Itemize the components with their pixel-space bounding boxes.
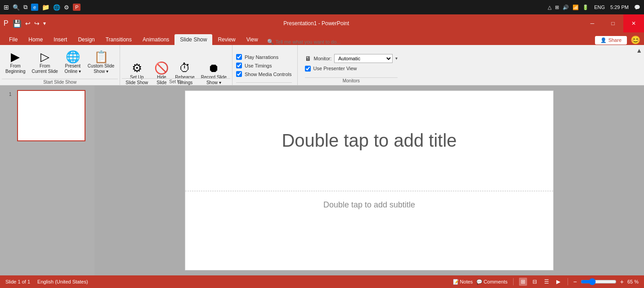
reading-view-btn[interactable]: ☰ — [542, 278, 551, 286]
customize-quick-btn[interactable]: ▾ — [42, 19, 47, 28]
settings-icon[interactable]: ⚙ — [64, 4, 69, 11]
presenter-view-checkbox-label[interactable]: Use Presenter View — [305, 66, 398, 72]
monitor-dropdown-icon[interactable]: ▾ — [395, 56, 398, 61]
search-icon: 🔍 — [267, 39, 274, 45]
present-online-label: PresentOnline ▾ — [65, 63, 81, 74]
normal-view-btn[interactable]: ⊞ — [519, 278, 527, 286]
tab-transitions[interactable]: Transitions — [100, 34, 137, 45]
tray-icons: △ ⊞ 🔊 📶 🔋 — [548, 4, 589, 10]
monitor-label: Monitor: — [314, 56, 332, 61]
taskview-icon[interactable]: ⧉ — [23, 4, 27, 11]
slide-count: Slide 1 of 1 — [5, 279, 30, 284]
use-timings-checkbox[interactable] — [236, 63, 242, 68]
monitor-row: 🖥 Monitor: Automatic Primary Monitor ▾ — [305, 54, 398, 63]
tab-animations[interactable]: Animations — [137, 34, 174, 45]
from-current-icon: ▷ — [40, 51, 49, 63]
windows-icon[interactable]: ⊞ — [4, 4, 9, 11]
rehearse-timings-icon: ⏱ — [179, 62, 191, 74]
tab-slideshow[interactable]: Slide Show — [174, 34, 212, 45]
from-current-btn[interactable]: ▷ FromCurrent Slide — [29, 50, 60, 76]
slide-thumbnail[interactable] — [17, 90, 85, 141]
undo-quick-btn[interactable]: ↩ — [24, 18, 32, 28]
custom-show-icon: 📋 — [94, 51, 108, 63]
slide-item[interactable]: 1 — [9, 90, 85, 141]
slide-number: 1 — [9, 90, 15, 97]
minimize-btn[interactable]: ─ — [582, 14, 603, 32]
ribbon-collapse-btn[interactable]: ▲ — [636, 47, 642, 54]
maximize-btn[interactable]: □ — [603, 14, 623, 32]
tab-file[interactable]: File — [4, 34, 23, 45]
setup-extra-label — [236, 82, 292, 84]
monitors-group-label: Monitors — [305, 77, 398, 84]
language-status: English (United States) — [37, 279, 88, 284]
notes-icon: 📝 — [453, 279, 459, 285]
from-beginning-label: FromBeginning — [5, 63, 25, 74]
slide-title-area[interactable]: Double tap to add title — [185, 91, 553, 191]
redo-quick-btn[interactable]: ↪ — [33, 18, 41, 28]
monitor-select[interactable]: Automatic Primary Monitor — [334, 54, 393, 63]
comments-btn[interactable]: 💬 Comments — [476, 279, 507, 285]
tab-review[interactable]: Review — [212, 34, 241, 45]
file-explorer-icon[interactable]: 📁 — [42, 4, 49, 11]
slideshow-view-btn[interactable]: ▶ — [555, 278, 562, 286]
custom-show-btn[interactable]: 📋 Custom SlideShow ▾ — [85, 50, 117, 76]
from-beginning-btn[interactable]: ▶ FromBeginning — [3, 50, 28, 76]
zoom-slider[interactable] — [581, 278, 617, 285]
tab-home[interactable]: Home — [23, 34, 48, 45]
edge-icon[interactable]: e — [31, 4, 38, 11]
show-media-controls-checkbox[interactable] — [236, 71, 242, 77]
slide-title-placeholder: Double tap to add title — [282, 130, 456, 151]
search-taskbar-icon[interactable]: 🔍 — [13, 4, 20, 11]
close-btn[interactable]: ✕ — [623, 14, 644, 32]
play-narrations-checkbox[interactable] — [236, 54, 242, 60]
slide-subtitle-area[interactable]: Double tap to add subtitle — [185, 191, 553, 270]
setup-group-label: Set Up — [122, 78, 230, 85]
present-online-icon: 🌐 — [66, 51, 80, 63]
slide-sorter-btn[interactable]: ⊟ — [531, 278, 539, 286]
ribbon-search-input[interactable] — [276, 39, 366, 45]
tab-insert[interactable]: Insert — [48, 34, 72, 45]
zoom-level[interactable]: 65 % — [627, 279, 639, 284]
play-narrations-checkbox-label[interactable]: Play Narrations — [236, 54, 292, 60]
present-online-btn[interactable]: 🌐 PresentOnline ▾ — [62, 50, 84, 76]
system-lang: ENG — [594, 4, 605, 10]
hide-slide-icon: 🚫 — [154, 62, 169, 74]
presenter-view-checkbox[interactable] — [305, 66, 311, 72]
start-slideshow-group-label: Start Slide Show — [2, 79, 118, 86]
chrome-icon[interactable]: 🌐 — [53, 4, 60, 11]
from-beginning-icon: ▶ — [11, 51, 20, 63]
notes-btn[interactable]: 📝 Notes — [453, 279, 473, 285]
setup-slideshow-icon: ⚙ — [132, 62, 142, 74]
app-icon: P — [4, 19, 9, 27]
monitor-icon: 🖥 — [305, 55, 311, 62]
zoom-out-btn[interactable]: − — [573, 278, 577, 285]
tab-design[interactable]: Design — [72, 34, 100, 45]
save-quick-btn[interactable]: 💾 — [11, 18, 23, 29]
powerpoint-taskbar-icon[interactable]: P — [73, 4, 80, 11]
custom-show-label: Custom SlideShow ▾ — [88, 63, 114, 74]
zoom-in-btn[interactable]: + — [620, 278, 624, 285]
window-title: Presentation1 - PowerPoint — [283, 20, 349, 27]
notifications-icon[interactable]: 💬 — [634, 4, 640, 10]
slide-canvas: Double tap to add title Double tap to ad… — [185, 90, 554, 270]
comments-icon: 💬 — [476, 279, 483, 285]
show-media-controls-checkbox-label[interactable]: Show Media Controls — [236, 71, 292, 77]
record-slideshow-icon: ⏺ — [208, 62, 219, 74]
use-timings-checkbox-label[interactable]: Use Timings — [236, 63, 292, 68]
slide-subtitle-placeholder: Double tap to add subtitle — [323, 200, 415, 210]
from-current-label: FromCurrent Slide — [31, 63, 58, 74]
tab-view[interactable]: View — [241, 34, 264, 45]
system-time: 5:29 PM — [610, 4, 629, 10]
share-button[interactable]: 👤 Share — [595, 36, 627, 45]
user-avatar[interactable]: 😊 — [631, 35, 640, 45]
